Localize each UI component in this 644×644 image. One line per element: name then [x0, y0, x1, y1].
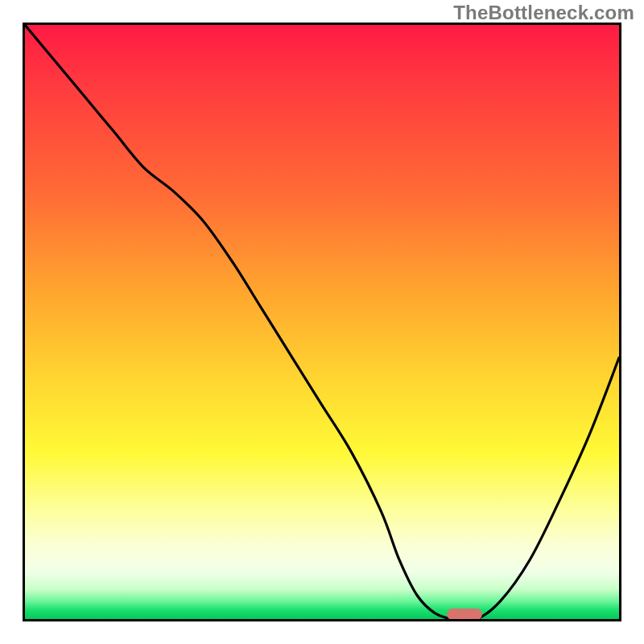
curve-path [25, 25, 619, 619]
optimal-marker [447, 609, 482, 620]
chart-stage: TheBottleneck.com [0, 0, 644, 644]
watermark-text: TheBottleneck.com [453, 2, 634, 24]
bottleneck-curve [25, 25, 619, 619]
plot-area [23, 23, 621, 621]
